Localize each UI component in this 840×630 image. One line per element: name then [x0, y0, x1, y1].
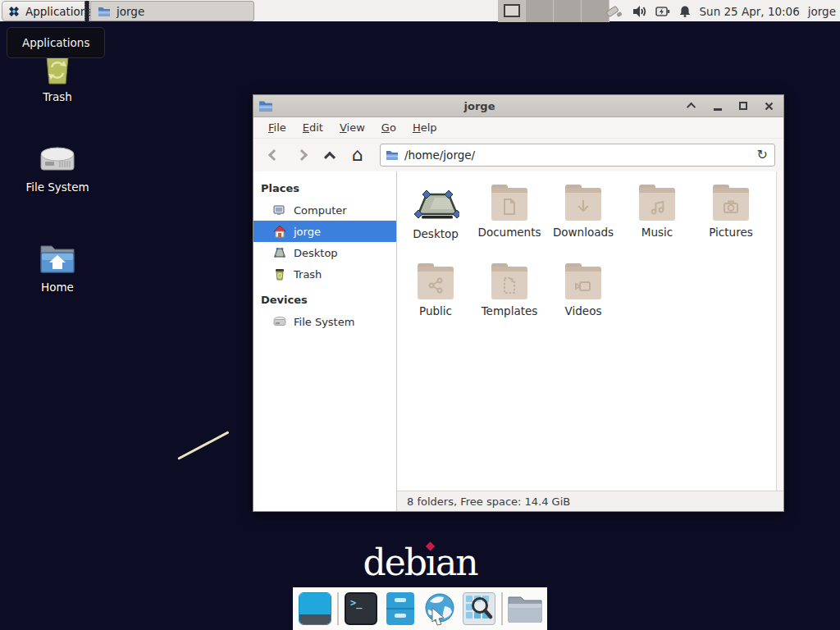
sidebar-item-label: jorge	[294, 226, 321, 238]
desktop-icon-label: File System	[25, 180, 89, 194]
home-button[interactable]: ⌂	[345, 143, 370, 167]
computer-icon	[273, 203, 286, 217]
menu-view[interactable]: View	[331, 118, 373, 137]
menu-edit[interactable]: Edit	[294, 118, 331, 137]
clock[interactable]: Sun 25 Apr, 10:06	[700, 5, 800, 18]
hard-drive-icon	[39, 143, 76, 176]
folder-item-templates[interactable]: Templates	[472, 260, 546, 339]
folder-icon	[711, 185, 751, 221]
dock-panel: >_	[293, 587, 547, 630]
folder-item-music[interactable]: Music	[620, 181, 694, 260]
folder-icon	[490, 185, 529, 221]
debian-logo-text: deb	[363, 541, 425, 583]
statusbar-text: 8 folders, Free space: 14.4 GiB	[407, 495, 570, 508]
dock-separator	[501, 592, 503, 625]
path-entry[interactable]: /home/jorge/ ↻	[380, 144, 775, 167]
scrollbar[interactable]	[776, 171, 783, 491]
path-folder-icon	[386, 148, 399, 162]
gray-folder-icon	[507, 593, 543, 624]
debian-logo-text: an	[436, 541, 477, 583]
file-manager-launcher[interactable]	[383, 591, 418, 626]
menubar: File Edit View Go Help	[253, 117, 783, 139]
notifications-icon[interactable]	[678, 5, 692, 18]
path-text: /home/jorge/	[404, 148, 751, 162]
folder-label: Music	[641, 226, 673, 239]
show-desktop-icon	[299, 592, 331, 625]
dock-separator	[337, 592, 339, 625]
folder-label: Templates	[482, 304, 538, 317]
workspace-1[interactable]	[498, 0, 526, 22]
sidebar-item-computer[interactable]: Computer	[253, 199, 396, 221]
sidebar-item-label: Trash	[294, 268, 322, 281]
top-panel: Applications jorge	[0, 0, 840, 22]
folder-item-downloads[interactable]: Downloads	[546, 181, 620, 260]
directory-menu-button[interactable]	[508, 591, 542, 626]
taskbar-window-label: jorge	[116, 5, 144, 18]
sidebar-places-header: Places	[253, 178, 396, 199]
menu-help[interactable]: Help	[404, 118, 445, 137]
battery-icon[interactable]	[655, 6, 670, 17]
back-button[interactable]	[262, 143, 286, 167]
folder-icon	[564, 263, 603, 299]
application-finder-launcher[interactable]	[462, 591, 496, 626]
terminal-launcher[interactable]: >_	[344, 591, 378, 626]
stylus-icon[interactable]	[605, 2, 624, 21]
folder-label: Downloads	[553, 226, 614, 239]
sidebar-item-desktop[interactable]: Desktop	[253, 242, 396, 263]
sidebar-item-jorge[interactable]: jorge	[253, 221, 396, 242]
folder-label: Videos	[565, 304, 602, 317]
trash-icon	[273, 267, 286, 281]
show-desktop-button[interactable]	[298, 591, 332, 626]
minimize-button[interactable]	[711, 99, 724, 112]
desktop-icon-label: Home	[41, 281, 74, 294]
panel-handle[interactable]	[84, 1, 89, 21]
sidebar-item-trash[interactable]: Trash	[253, 263, 396, 285]
sidebar-item-file-system[interactable]: File System	[253, 311, 396, 332]
file-icon-view: Desktop Documents	[397, 171, 783, 491]
reload-icon[interactable]: ↻	[757, 148, 768, 162]
globe-icon	[422, 591, 457, 626]
desktop-special-icon	[412, 186, 459, 222]
menu-go[interactable]: Go	[373, 118, 404, 137]
folder-label: Documents	[478, 226, 541, 239]
sidebar: Places Computer	[253, 171, 397, 511]
sidebar-item-label: Computer	[294, 204, 347, 217]
folder-label: Pictures	[709, 226, 752, 239]
desktop-icon-home[interactable]: Home	[15, 241, 100, 294]
web-browser-launcher[interactable]	[422, 591, 457, 626]
file-manager-window: jorge File Edit View Go Help ⌂	[253, 94, 784, 512]
tooltip-text: Applications	[22, 36, 89, 49]
taskbar-window-button[interactable]: jorge	[90, 1, 254, 21]
folder-item-desktop[interactable]: Desktop	[399, 181, 472, 260]
window-title: jorge	[273, 100, 686, 112]
workspace-window-preview	[504, 4, 520, 17]
desktop-icon	[273, 246, 286, 259]
home-folder-icon	[39, 241, 76, 276]
workspace-2[interactable]	[526, 0, 554, 22]
window-titlebar[interactable]: jorge	[253, 95, 783, 117]
menu-file[interactable]: File	[260, 118, 294, 137]
applications-tooltip: Applications	[7, 27, 105, 58]
forward-icon	[296, 149, 308, 161]
shade-button[interactable]	[686, 99, 699, 112]
folder-item-public[interactable]: Public	[399, 260, 472, 339]
home-icon: ⌂	[352, 146, 363, 164]
folder-item-videos[interactable]: Videos	[546, 260, 620, 339]
maximize-button[interactable]	[737, 99, 750, 112]
stray-line-artifact	[177, 431, 229, 460]
workspace-3[interactable]	[554, 0, 582, 22]
close-button[interactable]	[762, 99, 775, 112]
folder-label: Desktop	[413, 227, 459, 240]
username-label[interactable]: jorge	[808, 5, 836, 18]
folder-icon	[564, 185, 603, 221]
folder-item-documents[interactable]: Documents	[472, 181, 546, 260]
forward-button[interactable]	[290, 143, 314, 167]
statusbar: 8 folders, Free space: 14.4 GiB	[397, 491, 783, 511]
desktop-icon-file-system[interactable]: File System	[15, 143, 100, 194]
terminal-icon: >_	[345, 592, 377, 625]
desktop-icon-label: Trash	[43, 90, 72, 103]
folder-item-pictures[interactable]: Pictures	[694, 181, 768, 260]
volume-icon[interactable]	[632, 5, 647, 18]
up-button[interactable]	[317, 143, 342, 167]
up-icon	[324, 152, 336, 163]
